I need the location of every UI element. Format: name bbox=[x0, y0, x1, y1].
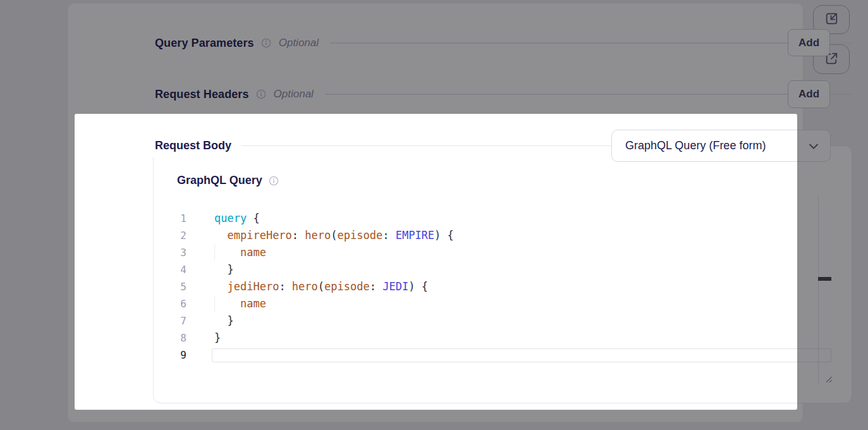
graphql-query-label-row: GraphQL Query bbox=[177, 174, 279, 187]
info-icon bbox=[269, 176, 279, 186]
info-icon bbox=[261, 38, 271, 48]
code-line[interactable]: } bbox=[214, 312, 831, 329]
line-number: 8 bbox=[154, 329, 186, 347]
code-line[interactable] bbox=[214, 347, 831, 364]
optional-label: Optional bbox=[274, 88, 314, 101]
chevron-down-icon bbox=[809, 140, 818, 152]
line-number-gutter: 123456789 bbox=[154, 210, 186, 364]
divider bbox=[325, 94, 852, 95]
line-number: 3 bbox=[154, 244, 186, 261]
add-query-parameter-button[interactable]: Add bbox=[788, 29, 830, 56]
query-parameters-title: Query Parameters bbox=[155, 37, 254, 50]
editor-scrollbar-thumb[interactable] bbox=[818, 277, 831, 281]
divider bbox=[330, 42, 852, 44]
line-number: 5 bbox=[154, 278, 186, 295]
line-number: 1 bbox=[154, 210, 186, 227]
line-number: 7 bbox=[154, 312, 186, 329]
graphql-query-label: GraphQL Query bbox=[177, 174, 262, 187]
line-number: 2 bbox=[154, 227, 186, 244]
body-type-select[interactable]: GraphQL Query (Free form) bbox=[611, 130, 831, 162]
request-headers-title: Request Headers bbox=[155, 88, 249, 101]
graphql-editor-container: GraphQL Query 123456789 query { empireHe… bbox=[153, 145, 852, 403]
line-number: 6 bbox=[154, 295, 186, 312]
code-line[interactable]: jediHero: hero(episode: JEDI) { bbox=[214, 278, 831, 295]
resize-handle-icon[interactable] bbox=[823, 374, 833, 386]
query-parameters-section: Query Parameters Optional bbox=[155, 29, 852, 57]
api-resource-config-page: Query Parameters Optional Add Request He… bbox=[0, 0, 868, 430]
edit-in-box-icon bbox=[824, 11, 840, 28]
code-line[interactable]: empireHero: hero(episode: EMPIRE) { bbox=[214, 227, 831, 244]
code-line[interactable]: query { bbox=[214, 210, 831, 227]
line-number: 9 bbox=[154, 347, 186, 364]
code-lines[interactable]: query { empireHero: hero(episode: EMPIRE… bbox=[214, 210, 831, 364]
body-type-select-value: GraphQL Query (Free form) bbox=[625, 139, 766, 152]
code-line[interactable]: } bbox=[214, 329, 831, 347]
request-headers-section: Request Headers Optional bbox=[155, 80, 852, 108]
code-line[interactable]: name bbox=[214, 295, 831, 312]
add-request-header-button[interactable]: Add bbox=[788, 80, 830, 108]
code-line[interactable]: name bbox=[214, 244, 831, 261]
line-number: 4 bbox=[154, 261, 186, 278]
code-line[interactable]: } bbox=[214, 261, 831, 278]
request-body-title: Request Body bbox=[150, 133, 241, 157]
resource-form-card: Query Parameters Optional Add Request He… bbox=[68, 3, 803, 422]
optional-label: Optional bbox=[279, 37, 319, 49]
info-icon bbox=[256, 89, 266, 99]
